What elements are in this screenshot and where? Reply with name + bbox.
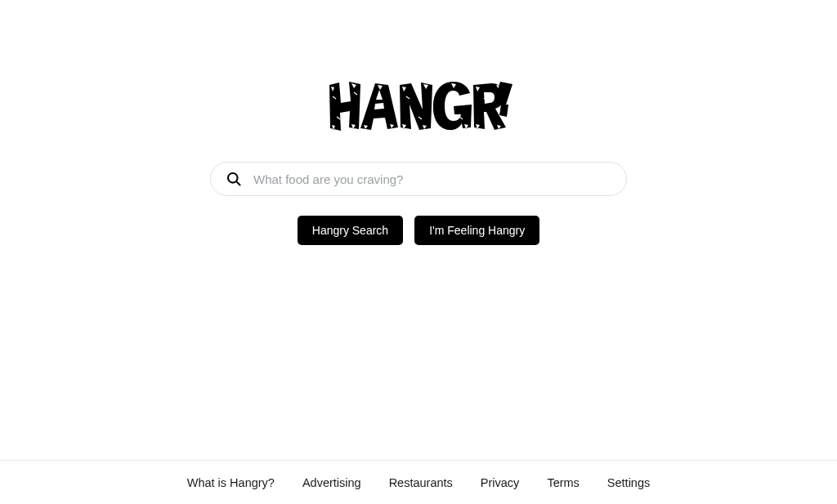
footer-link-terms[interactable]: Terms bbox=[547, 476, 579, 489]
hangry-search-button[interactable]: Hangry Search bbox=[298, 216, 403, 245]
footer-link-privacy[interactable]: Privacy bbox=[481, 476, 520, 489]
svg-line-1 bbox=[236, 181, 239, 185]
search-bar[interactable] bbox=[210, 162, 627, 196]
search-icon bbox=[226, 171, 242, 187]
button-row: Hangry Search I'm Feeling Hangry bbox=[298, 216, 539, 245]
logo bbox=[325, 80, 512, 137]
main-content: Hangry Search I'm Feeling Hangry bbox=[0, 0, 837, 460]
footer-link-settings[interactable]: Settings bbox=[607, 476, 650, 489]
feeling-hangry-button[interactable]: I'm Feeling Hangry bbox=[414, 216, 539, 245]
footer: What is Hangry? Advertising Restaurants … bbox=[0, 460, 837, 504]
search-input[interactable] bbox=[253, 172, 611, 186]
footer-link-advertising[interactable]: Advertising bbox=[302, 476, 361, 489]
footer-link-what-is[interactable]: What is Hangry? bbox=[187, 476, 275, 489]
footer-link-restaurants[interactable]: Restaurants bbox=[389, 476, 453, 489]
